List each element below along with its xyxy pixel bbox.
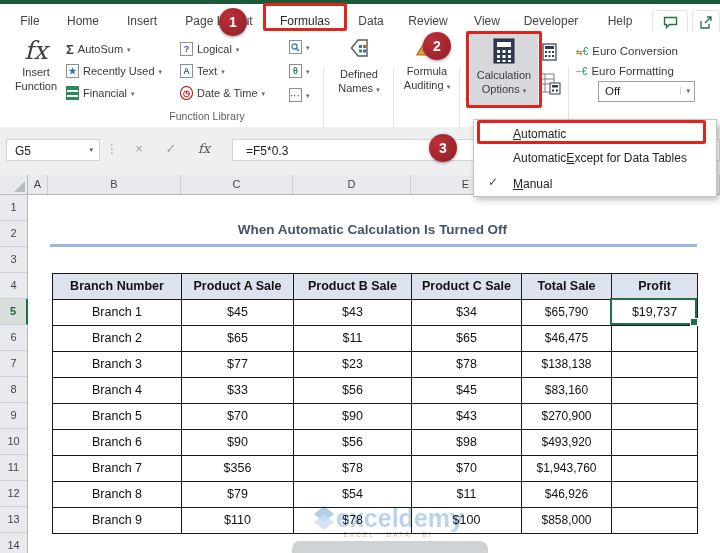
table-cell[interactable]: $79 — [182, 482, 294, 508]
row-header-5-selected[interactable]: 5 — [0, 299, 28, 325]
cancel-icon[interactable]: × — [135, 141, 143, 156]
more-functions-button[interactable]: ··· ▾ — [289, 86, 310, 104]
row-header-13[interactable]: 13 — [0, 507, 28, 533]
table-cell[interactable]: $11 — [294, 326, 412, 352]
table-cell[interactable]: $43 — [294, 300, 412, 326]
table-cell[interactable]: $78 — [294, 508, 412, 534]
table-header-cell[interactable]: Total Sale — [522, 274, 612, 300]
row-header-9[interactable]: 9 — [0, 403, 28, 429]
lookup-reference-button[interactable]: ▾ — [289, 38, 310, 56]
row-header-6[interactable]: 6 — [0, 325, 28, 351]
table-cell[interactable]: $100 — [412, 508, 522, 534]
calculate-now-button[interactable] — [542, 43, 557, 65]
row-header-12[interactable]: 12 — [0, 481, 28, 507]
table-cell[interactable]: $270,900 — [522, 404, 612, 430]
table-cell[interactable]: Branch 5 — [53, 404, 182, 430]
row-header-7[interactable]: 7 — [0, 351, 28, 377]
row-header-8[interactable]: 8 — [0, 377, 28, 403]
menu-item-automatic-except[interactable]: Automatic Except for Data Tables — [474, 145, 716, 171]
defined-names-button[interactable]: Defined Names ▾ — [330, 36, 388, 95]
enter-icon[interactable]: ✓ — [166, 141, 177, 156]
table-cell[interactable]: $78 — [412, 352, 522, 378]
table-cell[interactable]: Branch 7 — [53, 456, 182, 482]
table-cell[interactable]: $65,790 — [522, 300, 612, 326]
table-cell[interactable]: Branch 2 — [53, 326, 182, 352]
table-cell[interactable]: $65 — [412, 326, 522, 352]
row-header-4[interactable]: 4 — [0, 273, 28, 299]
calculate-sheet-button[interactable] — [539, 73, 561, 99]
table-cell[interactable]: $46,475 — [522, 326, 612, 352]
table-cell[interactable]: $98 — [412, 430, 522, 456]
row-header-11[interactable]: 11 — [0, 455, 28, 481]
table-header-cell[interactable]: Profit — [612, 274, 698, 300]
table-cell[interactable]: $43 — [412, 404, 522, 430]
table-header-cell[interactable]: Product B Sale — [294, 274, 412, 300]
column-header-b[interactable]: B — [48, 175, 181, 195]
table-header-cell[interactable]: Product A Sale — [182, 274, 294, 300]
table-cell[interactable]: $1,943,760 — [522, 456, 612, 482]
table-cell[interactable]: $77 — [182, 352, 294, 378]
table-cell[interactable]: $56 — [294, 430, 412, 456]
table-cell[interactable]: $356 — [182, 456, 294, 482]
calculation-options-button[interactable]: Calculation Options ▾ — [470, 34, 538, 107]
table-cell[interactable]: $11 — [412, 482, 522, 508]
column-header-c[interactable]: C — [181, 175, 293, 195]
financial-button[interactable]: Financial ▾ — [66, 84, 135, 102]
table-cell[interactable]: Branch 4 — [53, 378, 182, 404]
autosum-button[interactable]: Σ AutoSum ▾ — [66, 40, 131, 58]
name-box[interactable]: G5 ▾ — [6, 139, 100, 161]
insert-function-fx-icon[interactable]: fx — [198, 141, 210, 156]
row-header-14[interactable]: 14 — [0, 533, 28, 553]
table-cell[interactable]: $54 — [294, 482, 412, 508]
table-header-cell[interactable]: Product C Sale — [412, 274, 522, 300]
table-cell[interactable]: $110 — [182, 508, 294, 534]
table-cell[interactable]: Branch 3 — [53, 352, 182, 378]
table-cell[interactable]: $46,926 — [522, 482, 612, 508]
table-cell[interactable]: Branch 9 — [53, 508, 182, 534]
table-cell[interactable]: $858,000 — [522, 508, 612, 534]
table-cell[interactable]: $33 — [182, 378, 294, 404]
euro-conversion-button[interactable]: ⇆€ Euro Conversion — [576, 42, 678, 60]
menu-item-manual[interactable]: ✓ Manual — [474, 171, 716, 197]
table-cell[interactable]: $493,920 — [522, 430, 612, 456]
table-cell[interactable]: Branch 1 — [53, 300, 182, 326]
table-cell[interactable]: $138,138 — [522, 352, 612, 378]
table-cell[interactable]: $90 — [294, 404, 412, 430]
table-cell[interactable] — [612, 430, 698, 456]
column-header-d[interactable]: D — [293, 175, 411, 195]
table-cell[interactable]: Branch 6 — [53, 430, 182, 456]
text-button[interactable]: A Text ▾ — [180, 62, 225, 80]
table-cell[interactable]: $56 — [294, 378, 412, 404]
table-cell[interactable] — [612, 326, 698, 352]
euro-formatting-button[interactable]: −€ Euro Formatting — [576, 62, 674, 80]
table-cell[interactable] — [612, 508, 698, 534]
table-header-cell[interactable]: Branch Number — [53, 274, 182, 300]
table-cell[interactable]: $90 — [182, 430, 294, 456]
recently-used-button[interactable]: ★ Recently Used ▾ — [66, 62, 162, 80]
row-header-2[interactable]: 2 — [0, 221, 28, 247]
table-cell[interactable]: $34 — [412, 300, 522, 326]
column-header-a[interactable]: A — [28, 175, 48, 195]
logical-button[interactable]: ? Logical ▾ — [180, 40, 239, 58]
formula-bar-dots-icon[interactable]: ⋮ — [106, 142, 118, 156]
table-cell[interactable]: $70 — [182, 404, 294, 430]
row-header-10[interactable]: 10 — [0, 429, 28, 455]
table-cell[interactable]: $45 — [182, 300, 294, 326]
table-cell[interactable] — [612, 404, 698, 430]
table-cell[interactable]: Branch 8 — [53, 482, 182, 508]
date-time-button[interactable]: ◷ Date & Time ▾ — [180, 84, 265, 102]
row-header-1[interactable]: 1 — [0, 195, 28, 221]
table-cell[interactable]: $65 — [182, 326, 294, 352]
table-cell[interactable] — [612, 352, 698, 378]
euro-off-dropdown[interactable]: Off ▾ — [598, 81, 695, 102]
table-cell[interactable]: $78 — [294, 456, 412, 482]
select-all-corner[interactable] — [0, 175, 28, 195]
menu-item-automatic[interactable]: Automatic — [474, 123, 716, 145]
table-cell[interactable]: $83,160 — [522, 378, 612, 404]
table-cell[interactable] — [612, 456, 698, 482]
table-cell[interactable] — [612, 378, 698, 404]
selected-cell-g5[interactable]: $19,737 — [612, 300, 698, 326]
table-cell[interactable]: $45 — [412, 378, 522, 404]
table-cell[interactable]: $70 — [412, 456, 522, 482]
table-cell[interactable] — [612, 482, 698, 508]
